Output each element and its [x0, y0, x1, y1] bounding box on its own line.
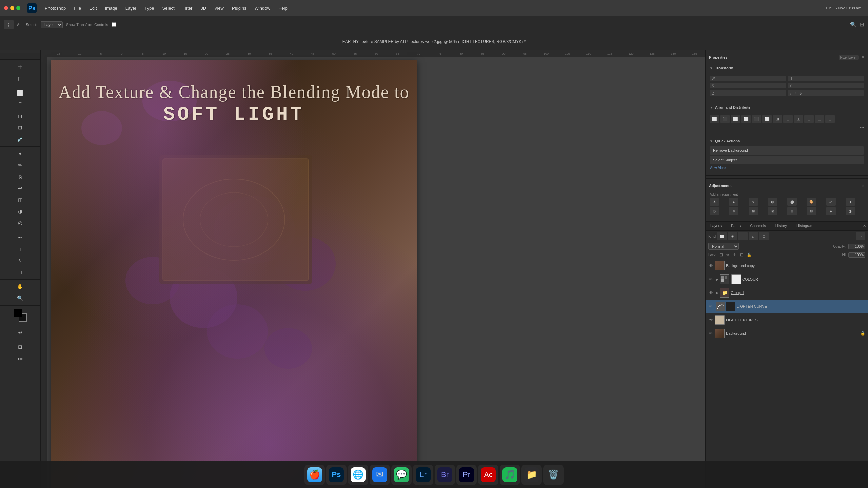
menu-filter[interactable]: Filter: [179, 4, 197, 13]
layer-item-group1[interactable]: 👁 ▶ 📁 Group 1: [706, 286, 868, 300]
distribute-middle[interactable]: ⊟: [815, 115, 824, 123]
lock-position[interactable]: ✛: [732, 252, 737, 258]
artboard-tool[interactable]: ⬚: [15, 73, 26, 84]
shape-tool[interactable]: □: [15, 267, 26, 278]
eyedropper-tool[interactable]: 💉: [15, 134, 26, 145]
layer-item-background-copy[interactable]: 👁 Background copy: [706, 259, 868, 272]
layer-eye-group1[interactable]: 👁: [708, 290, 714, 296]
align-top[interactable]: ⬜: [741, 115, 751, 123]
fill-input[interactable]: [848, 252, 865, 258]
filter-pixel[interactable]: ⬜: [717, 232, 727, 240]
layer-item-background[interactable]: 👁 Background 🔒: [706, 327, 868, 340]
adj-threshold[interactable]: ⊡: [807, 207, 816, 215]
quick-mask-mode[interactable]: ⊚: [15, 327, 26, 338]
zoom-tool[interactable]: 🔍: [15, 293, 26, 304]
layer-item-colour[interactable]: 👁 ▶ COLOUR: [706, 272, 868, 286]
dock-finder2[interactable]: 📁: [521, 465, 542, 485]
dock-mail[interactable]: ✉: [370, 465, 390, 485]
more-tools[interactable]: •••: [15, 353, 26, 364]
lock-artboard[interactable]: ⊟: [739, 252, 744, 258]
layer-eye-background-copy[interactable]: 👁: [708, 263, 714, 268]
filter-type[interactable]: T: [738, 232, 748, 240]
view-more-link[interactable]: View More: [710, 165, 864, 170]
select-subject-button[interactable]: Select Subject: [710, 156, 864, 164]
fullscreen-button[interactable]: [16, 6, 20, 10]
adj-brightness[interactable]: ☀: [710, 198, 719, 206]
menu-select[interactable]: Select: [158, 4, 178, 13]
object-select-tool[interactable]: ⊡: [15, 111, 26, 122]
adj-hsl[interactable]: 🎨: [807, 198, 816, 206]
adjustments-close[interactable]: ✕: [861, 183, 865, 188]
menu-file[interactable]: File: [70, 4, 85, 13]
menu-window[interactable]: Window: [251, 4, 274, 13]
adj-blackwhite[interactable]: ◑: [846, 198, 855, 206]
filter-smart[interactable]: ⊡: [759, 232, 769, 240]
adj-posterize[interactable]: ⊟: [787, 207, 797, 215]
marquee-tool[interactable]: ⬜: [15, 88, 26, 99]
move-tool[interactable]: ✛: [15, 62, 26, 73]
properties-close[interactable]: ✕: [861, 55, 865, 60]
layer-eye-light-textures[interactable]: 👁: [708, 317, 714, 323]
align-right[interactable]: ⬜: [731, 115, 740, 123]
color-swatches[interactable]: [14, 309, 27, 322]
tab-paths[interactable]: Paths: [726, 222, 745, 230]
arrange-icon[interactable]: ⊞: [860, 21, 864, 28]
more-dots[interactable]: •••: [860, 125, 864, 129]
pen-tool[interactable]: ✒: [15, 232, 26, 243]
dock-browser[interactable]: 🌐: [348, 465, 368, 485]
minimize-button[interactable]: [10, 6, 14, 10]
adj-channel-mixer[interactable]: ⊕: [729, 207, 738, 215]
filter-shape[interactable]: □: [749, 232, 758, 240]
adj-photo-filter[interactable]: ◎: [710, 207, 719, 215]
opacity-input[interactable]: [848, 244, 865, 249]
colour-expand-icon[interactable]: ▶: [716, 277, 718, 282]
layer-item-light-textures[interactable]: 👁 LIGHT TEXTURES: [706, 313, 868, 327]
layer-item-lighten-curve[interactable]: 👁 LIGHTEN CURVE: [706, 300, 868, 313]
distribute-left[interactable]: ⊞: [773, 115, 782, 123]
layers-panel-close[interactable]: ✕: [861, 222, 868, 230]
menu-view[interactable]: View: [210, 4, 228, 13]
align-center-h[interactable]: ⬛: [720, 115, 730, 123]
menu-plugins[interactable]: Plugins: [228, 4, 251, 13]
distribute-top[interactable]: ⊟: [804, 115, 814, 123]
menu-layer[interactable]: Layer: [121, 4, 141, 13]
menu-type[interactable]: Type: [140, 4, 158, 13]
tab-history[interactable]: History: [771, 222, 792, 230]
crop-tool[interactable]: ⊡: [15, 122, 26, 133]
menu-image[interactable]: Image: [101, 4, 121, 13]
adj-invert[interactable]: ⊠: [768, 207, 777, 215]
menu-edit[interactable]: Edit: [85, 4, 101, 13]
adj-color-lookup[interactable]: ⊞: [749, 207, 758, 215]
layer-eye-background[interactable]: 👁: [708, 331, 714, 336]
layer-eye-colour[interactable]: 👁: [708, 277, 714, 282]
healing-brush-tool[interactable]: ✦: [15, 148, 26, 159]
dock-acrobat[interactable]: Ac: [478, 465, 498, 485]
hand-tool[interactable]: ✋: [15, 281, 26, 292]
show-transform-checkbox[interactable]: [112, 22, 116, 27]
quick-actions-header[interactable]: ▼ Quick Actions: [706, 138, 868, 144]
distribute-center[interactable]: ⊞: [783, 115, 793, 123]
adj-selective-color[interactable]: ◈: [826, 207, 836, 215]
lock-image[interactable]: ✏: [725, 252, 731, 258]
remove-background-button[interactable]: Remove Background: [710, 146, 864, 155]
dock-trash[interactable]: 🗑️: [543, 465, 564, 485]
tab-channels[interactable]: Channels: [745, 222, 770, 230]
foreground-color[interactable]: [14, 309, 22, 317]
filter-toggle[interactable]: ○: [856, 232, 865, 240]
group1-expand-icon[interactable]: ▶: [716, 291, 718, 295]
dock-bridge[interactable]: Br: [435, 465, 455, 485]
align-distribute-header[interactable]: ▼ Align and Distribute: [706, 104, 868, 111]
menu-help[interactable]: Help: [274, 4, 292, 13]
brush-tool[interactable]: ✏: [15, 160, 26, 171]
adj-exposure[interactable]: ◐: [768, 198, 777, 206]
eraser-tool[interactable]: ◫: [15, 195, 26, 205]
search-icon[interactable]: 🔍: [850, 21, 857, 28]
tab-layers[interactable]: Layers: [706, 222, 726, 230]
dock-premiere[interactable]: Pr: [456, 465, 477, 485]
distribute-bottom[interactable]: ⊟: [825, 115, 835, 123]
lock-transparent[interactable]: ⊡: [718, 252, 724, 258]
path-select-tool[interactable]: ↖: [15, 255, 26, 266]
dock-messages[interactable]: 💬: [391, 465, 412, 485]
distribute-right[interactable]: ⊞: [794, 115, 803, 123]
lasso-tool[interactable]: ⌒: [15, 99, 26, 110]
